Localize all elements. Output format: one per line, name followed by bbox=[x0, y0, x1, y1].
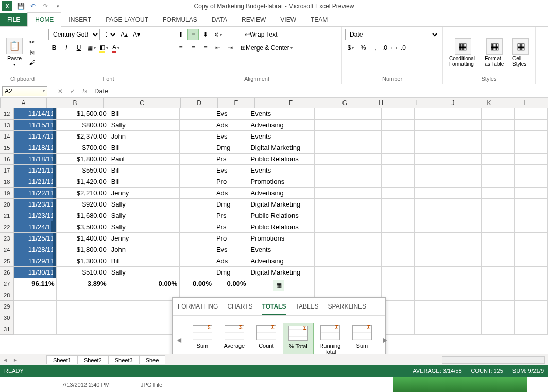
cell[interactable] bbox=[315, 108, 348, 120]
cell[interactable] bbox=[348, 278, 382, 289]
cell[interactable] bbox=[515, 255, 548, 267]
cell[interactable] bbox=[57, 301, 109, 312]
cell[interactable] bbox=[515, 312, 548, 323]
save-icon[interactable]: 💾 bbox=[16, 2, 25, 10]
cell[interactable]: Sally bbox=[109, 120, 180, 131]
qa-tab-formatting[interactable]: FORMATTING bbox=[178, 303, 218, 315]
cell[interactable]: $3,500.00 bbox=[57, 221, 109, 233]
cell[interactable] bbox=[180, 165, 214, 176]
cell[interactable] bbox=[482, 131, 515, 142]
name-box[interactable]: A2 bbox=[2, 86, 47, 96]
qa-item---total[interactable]: % Total bbox=[283, 323, 314, 357]
column-header-L[interactable]: L bbox=[507, 98, 543, 108]
column-header-F[interactable]: F bbox=[255, 98, 327, 108]
cell[interactable] bbox=[415, 278, 448, 289]
sheet-nav-prev[interactable]: ◄ bbox=[0, 357, 10, 363]
cell[interactable]: 11/24/11 bbox=[14, 221, 57, 233]
cell[interactable] bbox=[109, 301, 180, 312]
qa-tab-tables[interactable]: TABLES bbox=[295, 303, 318, 315]
orientation-button[interactable]: ⤭ bbox=[212, 29, 224, 40]
cell[interactable] bbox=[448, 131, 482, 142]
column-header-K[interactable]: K bbox=[471, 98, 507, 108]
cell[interactable] bbox=[482, 244, 515, 255]
horizontal-scrollbar[interactable] bbox=[442, 356, 545, 364]
row-header[interactable]: 29 bbox=[0, 301, 14, 312]
copy-icon[interactable]: ⎘ bbox=[28, 48, 36, 57]
cell[interactable] bbox=[515, 176, 548, 188]
cell[interactable] bbox=[415, 188, 448, 199]
cell[interactable] bbox=[448, 142, 482, 154]
row-header[interactable]: 24 bbox=[0, 244, 14, 255]
row-header[interactable]: 13 bbox=[0, 120, 14, 131]
cell[interactable] bbox=[448, 154, 482, 165]
cell[interactable] bbox=[180, 210, 214, 221]
cell[interactable] bbox=[348, 210, 382, 221]
scroll-right-button[interactable]: ► bbox=[382, 336, 389, 344]
align-bottom-button[interactable]: ⬇ bbox=[200, 29, 211, 40]
cell[interactable] bbox=[482, 154, 515, 165]
cell[interactable] bbox=[515, 278, 548, 289]
qa-tab-totals[interactable]: TOTALS bbox=[262, 303, 286, 315]
cell[interactable]: Pro bbox=[214, 233, 249, 244]
cell[interactable] bbox=[415, 199, 448, 210]
cell[interactable] bbox=[180, 221, 214, 233]
cell[interactable] bbox=[515, 131, 548, 142]
cell[interactable]: Sally bbox=[109, 221, 180, 233]
column-header-C[interactable]: C bbox=[104, 98, 181, 108]
cell[interactable] bbox=[348, 142, 382, 154]
align-left-button[interactable]: ≡ bbox=[175, 42, 186, 54]
cell[interactable]: Ads bbox=[214, 120, 249, 131]
quick-analysis-button[interactable]: ▦ bbox=[273, 280, 284, 291]
decrease-font-icon[interactable]: A▾ bbox=[131, 29, 142, 40]
cell[interactable] bbox=[315, 199, 348, 210]
ribbon-tab-formulas[interactable]: FORMULAS bbox=[156, 13, 204, 26]
cell[interactable] bbox=[415, 244, 448, 255]
row-header[interactable]: 28 bbox=[0, 289, 14, 301]
cell[interactable]: Prs bbox=[214, 154, 249, 165]
cell[interactable]: Advertising bbox=[248, 188, 315, 199]
currency-button[interactable]: $ bbox=[345, 42, 356, 54]
cell[interactable] bbox=[57, 312, 109, 323]
cell[interactable] bbox=[482, 120, 515, 131]
cell[interactable] bbox=[180, 108, 214, 120]
comma-button[interactable]: , bbox=[370, 42, 381, 54]
percent-button[interactable]: % bbox=[357, 42, 369, 54]
cell[interactable]: Dmg bbox=[214, 199, 249, 210]
fx-button[interactable]: fx bbox=[79, 88, 91, 95]
align-right-button[interactable]: ≡ bbox=[200, 42, 211, 54]
cell[interactable] bbox=[415, 131, 448, 142]
sheet-tab-sheet3[interactable]: Sheet3 bbox=[108, 355, 140, 364]
enter-formula-button[interactable]: ✓ bbox=[66, 88, 79, 95]
cell[interactable]: 11/22/11 bbox=[14, 188, 57, 199]
cell[interactable] bbox=[348, 255, 382, 267]
cell[interactable] bbox=[482, 233, 515, 244]
cell[interactable] bbox=[448, 301, 482, 312]
qa-tab-sparklines[interactable]: SPARKLINES bbox=[328, 303, 366, 315]
cell[interactable] bbox=[482, 323, 515, 335]
row-header[interactable]: 15 bbox=[0, 142, 14, 154]
cell[interactable] bbox=[482, 199, 515, 210]
cell[interactable]: John bbox=[109, 244, 180, 255]
cell[interactable] bbox=[348, 131, 382, 142]
cell-styles-button[interactable]: ▦Cell Styles bbox=[509, 37, 532, 68]
cell[interactable] bbox=[180, 176, 214, 188]
cell[interactable] bbox=[415, 108, 448, 120]
row-header[interactable]: 23 bbox=[0, 233, 14, 244]
row-header[interactable]: 14 bbox=[0, 131, 14, 142]
increase-indent-button[interactable]: ⇥ bbox=[225, 42, 236, 54]
ribbon-tab-home[interactable]: HOME bbox=[27, 12, 61, 27]
cell[interactable]: 11/18/11 bbox=[14, 154, 57, 165]
cell[interactable]: $1,800.00 bbox=[57, 244, 109, 255]
cell[interactable]: Digital Marketing bbox=[248, 267, 315, 278]
cell[interactable] bbox=[448, 176, 482, 188]
cell[interactable] bbox=[315, 131, 348, 142]
cell[interactable] bbox=[415, 154, 448, 165]
formula-input[interactable]: Date bbox=[91, 87, 548, 95]
italic-button[interactable]: I bbox=[61, 42, 72, 54]
cell[interactable] bbox=[315, 142, 348, 154]
cell[interactable] bbox=[382, 312, 415, 323]
cell[interactable]: Events bbox=[248, 244, 315, 255]
cell[interactable] bbox=[315, 255, 348, 267]
cell[interactable] bbox=[482, 289, 515, 301]
cell[interactable] bbox=[515, 142, 548, 154]
